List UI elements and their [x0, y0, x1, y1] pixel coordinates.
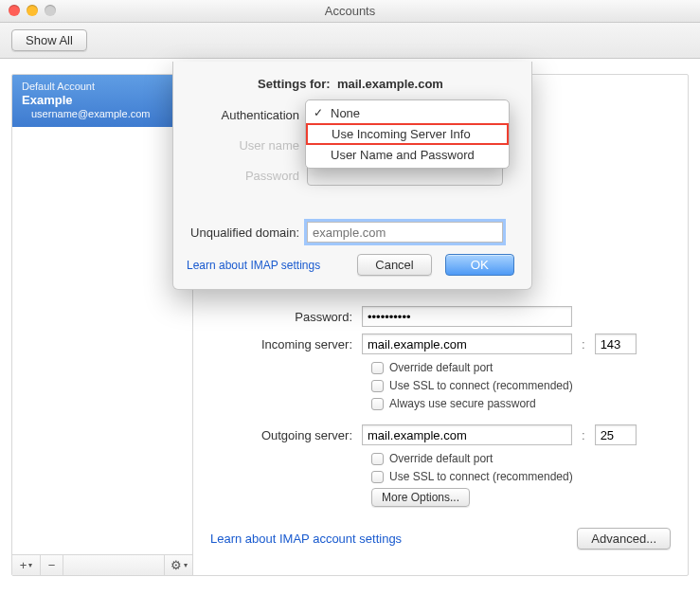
- chevron-down-icon: ▾: [28, 561, 32, 569]
- titlebar: Accounts: [0, 0, 700, 23]
- default-account-label: Default Account: [22, 81, 183, 92]
- incoming-server-label: Incoming server:: [210, 337, 362, 352]
- authentication-dropdown[interactable]: None Use Incoming Server Info User Name …: [305, 99, 510, 169]
- unqualified-domain-row: Unqualified domain:: [187, 222, 514, 243]
- checkbox-icon[interactable]: [371, 453, 384, 465]
- username-label: User name: [187, 138, 307, 153]
- sidebar-footer: + ▾ − ⚙ ▾: [12, 554, 192, 575]
- account-name: Example: [22, 93, 183, 107]
- authentication-label: Authentication: [187, 108, 307, 122]
- close-icon[interactable]: [9, 5, 20, 16]
- checkbox-icon[interactable]: [371, 398, 384, 410]
- checkbox-icon[interactable]: [371, 362, 384, 374]
- account-email: username@example.com: [22, 108, 183, 119]
- override-port-label: Override default port: [389, 452, 493, 465]
- ok-button[interactable]: OK: [445, 254, 514, 276]
- port-separator: :: [582, 428, 585, 442]
- outgoing-override-port-row[interactable]: Override default port: [371, 452, 671, 465]
- actions-menu-button[interactable]: ⚙ ▾: [164, 555, 192, 576]
- accounts-sidebar: Default Account Example username@example…: [12, 75, 193, 575]
- incoming-secure-password-row[interactable]: Always use secure password: [371, 397, 671, 410]
- override-port-label: Override default port: [389, 361, 493, 374]
- outgoing-server-label: Outgoing server:: [210, 428, 362, 442]
- sheet-title: Settings for: mail.example.com: [187, 77, 514, 91]
- outgoing-server-field[interactable]: [362, 424, 572, 445]
- password-label: Password:: [210, 310, 362, 324]
- smtp-settings-sheet: Settings for: mail.example.com Authentic…: [172, 62, 532, 290]
- minus-icon: −: [48, 558, 56, 572]
- outgoing-port-field[interactable]: [595, 424, 637, 445]
- plus-icon: +: [20, 558, 27, 572]
- show-all-button[interactable]: Show All: [11, 29, 87, 51]
- secure-password-label: Always use secure password: [389, 397, 536, 410]
- incoming-server-field[interactable]: [362, 334, 572, 354]
- advanced-button[interactable]: Advanced...: [577, 528, 671, 550]
- window-controls: [9, 5, 56, 16]
- sheet-footer: Learn about IMAP settings Cancel OK: [187, 254, 514, 276]
- incoming-override-port-row[interactable]: Override default port: [371, 361, 671, 374]
- chevron-down-icon: ▾: [184, 561, 188, 569]
- zoom-icon[interactable]: [45, 5, 56, 16]
- password-field[interactable]: [362, 306, 572, 327]
- gear-icon: ⚙: [171, 558, 182, 572]
- cancel-button[interactable]: Cancel: [357, 254, 431, 276]
- use-ssl-label: Use SSL to connect (recommended): [389, 470, 573, 483]
- outgoing-ssl-row[interactable]: Use SSL to connect (recommended): [371, 470, 671, 483]
- password-label: Password: [187, 169, 307, 183]
- add-account-button[interactable]: + ▾: [12, 555, 41, 576]
- remove-account-button[interactable]: −: [41, 555, 63, 576]
- dropdown-option-none[interactable]: None: [306, 103, 509, 123]
- learn-imap-account-link[interactable]: Learn about IMAP account settings: [210, 532, 402, 546]
- incoming-server-row: Incoming server: :: [210, 334, 671, 354]
- outgoing-server-row: Outgoing server: :: [210, 424, 671, 445]
- bottom-row: Learn about IMAP account settings Advanc…: [210, 528, 671, 550]
- port-separator: :: [582, 337, 585, 352]
- dropdown-option-incoming[interactable]: Use Incoming Server Info: [306, 123, 509, 145]
- dropdown-option-userpass[interactable]: User Name and Password: [306, 145, 509, 165]
- incoming-port-field[interactable]: [595, 334, 637, 354]
- unqualified-domain-label: Unqualified domain:: [187, 225, 307, 240]
- window-title: Accounts: [325, 4, 375, 18]
- unqualified-domain-field[interactable]: [307, 222, 503, 243]
- minimize-icon[interactable]: [27, 5, 38, 16]
- more-options-button[interactable]: More Options...: [371, 488, 470, 507]
- password-row: Password:: [210, 306, 671, 327]
- checkbox-icon[interactable]: [371, 380, 384, 392]
- use-ssl-label: Use SSL to connect (recommended): [389, 379, 573, 392]
- incoming-ssl-row[interactable]: Use SSL to connect (recommended): [371, 379, 671, 392]
- learn-imap-settings-link[interactable]: Learn about IMAP settings: [187, 259, 320, 272]
- toolbar: Show All: [0, 23, 700, 59]
- account-item[interactable]: Default Account Example username@example…: [12, 75, 192, 127]
- checkbox-icon[interactable]: [371, 471, 384, 483]
